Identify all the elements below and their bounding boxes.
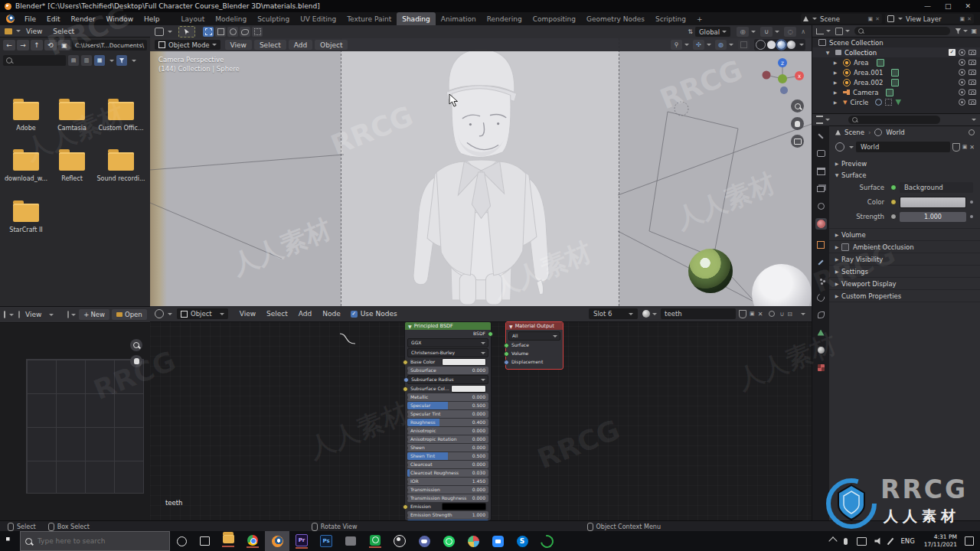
outliner-row-camera[interactable]: ▶ Camera — [812, 87, 980, 97]
overlays-toggle-icon[interactable]: ◍ — [715, 40, 727, 50]
image-canvas-grid[interactable] — [26, 359, 144, 494]
scene-selector[interactable]: Scene ▣ ✕ — [801, 14, 882, 24]
viewport-menu-view[interactable]: View — [225, 40, 252, 50]
shader-type-dropdown[interactable]: Object — [177, 308, 228, 319]
character-model[interactable] — [403, 44, 560, 306]
shading-rendered-icon[interactable] — [787, 41, 795, 49]
outliner-display-mode-icon[interactable] — [835, 28, 843, 35]
folder-item[interactable]: Reflect — [49, 152, 95, 182]
menu-help[interactable]: Help — [139, 12, 165, 25]
display-vertical-list-icon[interactable]: ▤ — [68, 55, 79, 66]
shading-solid-icon[interactable] — [767, 41, 776, 49]
view-layer-selector[interactable]: View Layer ▣ ✕ — [885, 14, 974, 24]
tool-editor-type-icon[interactable] — [155, 28, 164, 36]
chrome-icon[interactable] — [240, 535, 265, 548]
zoom-tool-icon[interactable] — [130, 339, 142, 351]
folder-item[interactable]: Camtasia — [49, 102, 95, 132]
proportional-editing-icon[interactable]: ◌ — [784, 27, 796, 37]
copy-datablock-icon[interactable]: ▣ — [962, 144, 968, 150]
nav-up-button[interactable]: ↑ — [31, 40, 43, 51]
tab-scripting[interactable]: Scripting — [650, 12, 691, 25]
viewport-3d[interactable]: Object Mode View Select Add Object ⚲ ✣ ◍… — [150, 38, 812, 306]
navigation-gizmo[interactable]: Z X — [761, 55, 807, 101]
hide-eye-icon[interactable] — [959, 59, 965, 66]
node-pin-icon[interactable] — [769, 311, 775, 317]
tab-compositing[interactable]: Compositing — [528, 12, 581, 25]
outliner-row-area-002[interactable]: ▶ Area.002 — [812, 77, 980, 87]
tab-particles[interactable] — [815, 274, 827, 285]
select-mode-lasso-icon[interactable] — [240, 27, 250, 37]
viewport-menu-select[interactable]: Select — [254, 40, 286, 50]
panel-volume[interactable]: ▶Volume — [829, 228, 980, 240]
output-input-displacement[interactable]: Displacement — [508, 358, 560, 366]
fake-user-shield-icon[interactable] — [952, 143, 960, 152]
tab-texture[interactable] — [815, 362, 827, 373]
snap-node-icon[interactable]: ∪ — [779, 311, 784, 318]
disable-render-icon[interactable] — [969, 90, 976, 95]
emission-color-swatch[interactable] — [442, 503, 486, 510]
tab-output[interactable] — [815, 165, 827, 177]
obs-icon[interactable] — [387, 535, 412, 547]
menu-file[interactable]: File — [19, 12, 41, 25]
output-input-volume[interactable]: Volume — [508, 350, 560, 357]
input-specular[interactable]: Specular0.500 — [407, 402, 488, 409]
select-mode-paint-icon[interactable] — [252, 27, 263, 37]
viewport-menu-object[interactable]: Object — [315, 40, 348, 50]
pen-icon[interactable] — [887, 537, 894, 545]
image-editor-menu-view[interactable]: View — [20, 307, 47, 322]
input-roughness[interactable]: Roughness0.400 — [407, 419, 488, 426]
properties-editor-type-icon[interactable] — [816, 116, 823, 124]
active-tool-button[interactable] — [178, 26, 195, 37]
disable-render-icon[interactable] — [969, 70, 976, 75]
shader-menu-node[interactable]: Node — [317, 306, 346, 321]
hide-eye-icon[interactable] — [959, 49, 965, 56]
input-transmission-roughness[interactable]: Transmission Roughness0.000 — [407, 494, 488, 502]
outliner-row-scene-collection[interactable]: Scene Collection — [812, 37, 980, 47]
image-browse-icon[interactable] — [67, 311, 69, 318]
nav-back-button[interactable]: ← — [3, 40, 15, 51]
outliner-row-circle[interactable]: ▶ ▼ Circle — [812, 97, 980, 107]
input-subsurface[interactable]: Subsurface0.000 — [407, 367, 488, 374]
tab-render[interactable] — [815, 148, 827, 159]
ao-checkbox[interactable] — [841, 243, 849, 251]
bsdf-node-header[interactable]: ▼ Principled BSDF — [405, 322, 491, 330]
snap-target-icon[interactable]: ◎ — [737, 27, 749, 37]
select-mode-box-icon[interactable] — [215, 27, 226, 37]
animate-dot-icon[interactable] — [970, 201, 973, 204]
minimize-button[interactable]: — — [924, 2, 931, 10]
new-folder-button[interactable]: ▣ — [58, 40, 70, 51]
input-alpha[interactable]: Alpha1.000 — [407, 520, 488, 520]
tab-sculpting[interactable]: Sculpting — [252, 12, 295, 25]
use-nodes-checkbox[interactable]: ✓ — [351, 311, 358, 318]
principled-bsdf-node[interactable]: ▼ Principled BSDF BSDF GGX Christensen-B… — [404, 321, 492, 520]
select-mode-circle-icon[interactable] — [227, 27, 238, 37]
skype-icon[interactable]: S — [510, 536, 534, 547]
shading-wireframe-icon[interactable] — [756, 40, 766, 50]
strength-slider[interactable]: 1.000 — [900, 212, 966, 222]
shader-menu-select[interactable]: Select — [261, 306, 293, 321]
pan-hand-icon[interactable] — [130, 355, 142, 367]
material-slot-dropdown[interactable]: Slot 6 — [589, 308, 638, 319]
panel-viewport-display[interactable]: ▶Viewport Display — [829, 277, 980, 289]
subsurface-color-swatch[interactable] — [451, 385, 486, 393]
viewport-camera-icon[interactable] — [791, 135, 804, 148]
disable-render-icon[interactable] — [969, 80, 976, 85]
tab-modeling[interactable]: Modeling — [210, 12, 252, 25]
unlink-datablock-icon[interactable]: ✕ — [969, 144, 975, 151]
menu-window[interactable]: Window — [101, 12, 139, 25]
tab-tool[interactable] — [815, 130, 827, 142]
new-collection-icon[interactable]: ▣ — [971, 28, 977, 34]
folder-item[interactable]: download_w... — [5, 152, 47, 182]
input-sheen[interactable]: Sheen0.000 — [407, 444, 488, 452]
file-browser-menu-select[interactable]: Select — [47, 25, 80, 37]
tray-language[interactable]: ENG — [900, 537, 914, 545]
disable-render-icon[interactable] — [969, 99, 976, 105]
outliner-editor-type-icon[interactable] — [816, 28, 824, 34]
outliner-search-input[interactable] — [854, 27, 950, 35]
taskbar-search-box[interactable] — [20, 531, 170, 551]
file-path-field[interactable]: C:\Users\T...Documents\ — [72, 40, 147, 51]
outliner-row-area[interactable]: ▶ Area — [812, 57, 980, 67]
file-explorer-icon[interactable] — [216, 535, 240, 547]
hide-eye-icon[interactable] — [959, 89, 965, 96]
material-name-field[interactable]: teeth — [661, 308, 736, 319]
